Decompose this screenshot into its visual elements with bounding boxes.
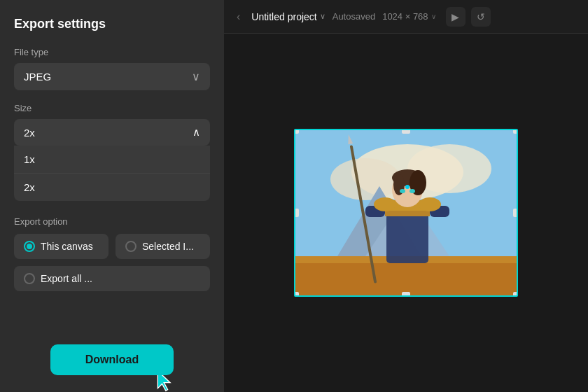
project-name-text: Untitled project bbox=[251, 11, 316, 22]
handle-bottom-mid[interactable] bbox=[402, 292, 410, 297]
selected-label: Selected I... bbox=[142, 241, 194, 252]
handle-mid-right[interactable] bbox=[513, 209, 518, 217]
export-all-label: Export all ... bbox=[41, 273, 92, 284]
export-option-row-2: Export all ... bbox=[14, 266, 210, 291]
download-area: Download bbox=[14, 330, 210, 375]
export-option-selected[interactable]: Selected I... bbox=[115, 234, 210, 259]
handle-bottom-left[interactable] bbox=[294, 292, 299, 297]
canvas-panel: ‹ Untitled project ∨ Autosaved 1024 × 76… bbox=[224, 0, 588, 392]
size-option-2x[interactable]: 2x bbox=[14, 174, 210, 201]
export-options: This canvas Selected I... Export all ... bbox=[14, 234, 210, 291]
radio-circle-this-canvas bbox=[24, 241, 35, 252]
warrior-illustration bbox=[295, 130, 518, 297]
size-section: Size 2x ∧ 1x 2x bbox=[14, 103, 210, 214]
handle-mid-left[interactable] bbox=[294, 209, 299, 217]
size-label: Size bbox=[14, 103, 210, 113]
handle-top-left[interactable] bbox=[294, 129, 299, 134]
svg-point-17 bbox=[410, 189, 415, 193]
svg-point-3 bbox=[330, 158, 400, 200]
download-button[interactable]: Download bbox=[50, 344, 174, 375]
panel-title: Export settings bbox=[14, 17, 210, 31]
svg-rect-11 bbox=[385, 211, 430, 216]
refresh-button[interactable]: ↺ bbox=[471, 7, 491, 27]
radio-circle-all bbox=[24, 273, 35, 284]
export-option-this-canvas[interactable]: This canvas bbox=[14, 234, 108, 259]
radio-circle-selected bbox=[125, 241, 136, 252]
this-canvas-label: This canvas bbox=[41, 241, 93, 252]
chevron-up-icon: ∧ bbox=[192, 126, 200, 139]
export-option-label: Export option bbox=[14, 216, 210, 227]
file-type-label: File type bbox=[14, 47, 210, 57]
size-select[interactable]: 2x ∧ bbox=[14, 119, 210, 146]
export-option-all[interactable]: Export all ... bbox=[14, 266, 210, 291]
svg-point-22 bbox=[374, 197, 396, 211]
project-name: Untitled project ∨ bbox=[251, 11, 325, 22]
back-arrow[interactable]: ‹ bbox=[232, 8, 244, 26]
top-bar: ‹ Untitled project ∨ Autosaved 1024 × 76… bbox=[224, 0, 588, 34]
svg-point-16 bbox=[400, 189, 405, 193]
handle-top-right[interactable] bbox=[513, 129, 518, 134]
export-option-row-1: This canvas Selected I... bbox=[14, 234, 210, 259]
toolbar-icons: ▶ ↺ bbox=[446, 7, 491, 27]
play-button[interactable]: ▶ bbox=[446, 7, 465, 27]
export-settings-panel: Export settings File type JPEG ∨ Size 2x… bbox=[0, 0, 224, 392]
canvas-wrapper bbox=[294, 129, 518, 297]
autosaved-label: Autosaved bbox=[332, 11, 375, 22]
file-type-value: JPEG bbox=[24, 71, 51, 83]
svg-point-23 bbox=[419, 197, 441, 211]
dimensions-text: 1024 × 768 bbox=[382, 11, 428, 22]
size-value: 2x bbox=[24, 127, 35, 139]
handle-top-mid[interactable] bbox=[402, 129, 410, 134]
size-dropdown: 1x 2x bbox=[14, 146, 210, 201]
project-dropdown-icon[interactable]: ∨ bbox=[320, 12, 326, 21]
canvas-image bbox=[294, 129, 518, 297]
chevron-down-icon: ∨ bbox=[192, 70, 200, 83]
handle-bottom-right[interactable] bbox=[513, 292, 518, 297]
canvas-area bbox=[224, 34, 588, 392]
size-option-1x[interactable]: 1x bbox=[14, 146, 210, 174]
dimensions-dropdown-icon[interactable]: ∨ bbox=[431, 13, 436, 20]
file-type-select[interactable]: JPEG ∨ bbox=[14, 63, 210, 90]
dimensions-label: 1024 × 768 ∨ bbox=[382, 11, 435, 22]
svg-point-24 bbox=[405, 185, 410, 189]
